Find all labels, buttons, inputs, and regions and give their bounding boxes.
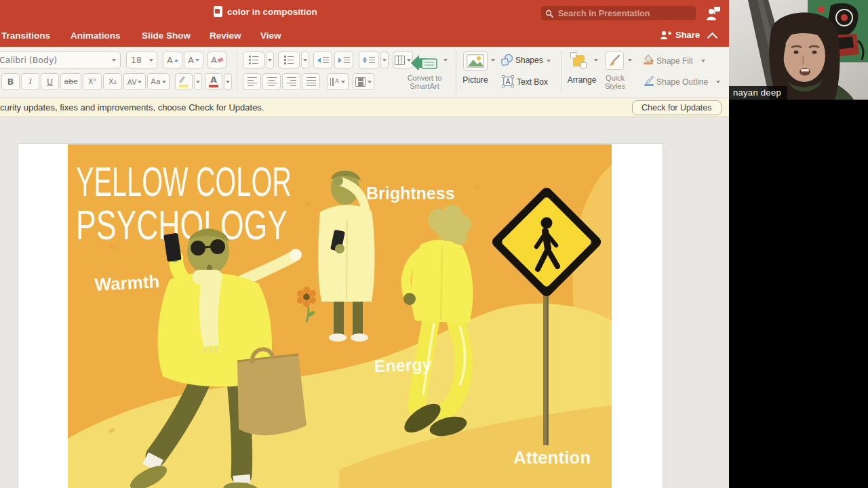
highlight-color-swatch xyxy=(179,85,189,87)
text-direction-icon: A xyxy=(330,78,339,86)
superscript-button[interactable]: X² xyxy=(83,73,102,90)
shapes-label[interactable]: Shapes xyxy=(515,56,548,64)
character-spacing-button[interactable]: AV xyxy=(123,73,146,90)
underline-letter: U xyxy=(47,77,53,87)
line-spacing-button[interactable] xyxy=(359,52,379,68)
quick-styles-button[interactable] xyxy=(605,52,624,70)
convert-smartart-button[interactable] xyxy=(410,52,439,70)
columns-icon xyxy=(395,56,405,65)
clear-format-letter: A xyxy=(211,55,217,65)
search-box[interactable] xyxy=(541,6,696,20)
update-message: curity updates, fixes and improvements, … xyxy=(0,102,264,113)
tab-slide-show[interactable]: Slide Show xyxy=(142,30,191,41)
tab-animations[interactable]: Animations xyxy=(71,30,121,41)
slide-canvas[interactable]: YELLOW COLOR PSYCHOLOGY xyxy=(18,144,663,488)
font-color-caret[interactable] xyxy=(224,73,232,90)
bold-button[interactable]: B xyxy=(1,73,20,90)
shrink-font-arrow-icon xyxy=(195,59,199,62)
slide-illustration: YELLOW COLOR PSYCHOLOGY xyxy=(68,144,612,488)
bullet-list-caret[interactable] xyxy=(266,52,274,68)
underline-button[interactable]: U xyxy=(41,73,59,90)
subscript-letters: X₂ xyxy=(108,77,117,86)
ribbon-tabs: Transitions Animations Slide Show Review… xyxy=(0,26,729,47)
align-text-button[interactable] xyxy=(353,73,374,90)
tab-transitions[interactable]: Transitions xyxy=(1,30,50,41)
font-size-select[interactable]: 18 xyxy=(126,52,157,68)
highlighter-pen-icon xyxy=(179,76,185,83)
shape-outline-caret-icon xyxy=(716,81,720,83)
change-case-button[interactable]: Aa xyxy=(147,73,170,90)
search-input[interactable] xyxy=(557,8,692,19)
tab-review[interactable]: Review xyxy=(210,30,241,41)
highlight-color-caret[interactable] xyxy=(194,73,202,90)
title-line-2: PSYCHOLOGY xyxy=(76,203,288,249)
document-title: color in composition xyxy=(227,7,317,17)
quick-styles-label: QuickStyles xyxy=(599,74,631,90)
presenter-icon[interactable] xyxy=(705,5,722,22)
check-for-updates-button[interactable]: Check for Updates xyxy=(632,100,722,115)
tab-view[interactable]: View xyxy=(260,30,281,41)
line-spacing-caret[interactable] xyxy=(380,52,389,68)
grow-font-button[interactable]: A xyxy=(163,52,182,68)
label-warmth: Warmth xyxy=(94,271,160,295)
italic-button[interactable]: I xyxy=(21,73,39,90)
label-brightness: Brightness xyxy=(366,184,455,203)
numbered-list-button[interactable] xyxy=(278,52,300,68)
increase-indent-button[interactable] xyxy=(334,52,353,68)
shape-outline-icon[interactable] xyxy=(643,75,655,86)
font-name-select[interactable]: Calibri (Body) xyxy=(0,52,121,68)
shape-fill-label[interactable]: Shape Fill xyxy=(656,57,697,65)
svg-text:A: A xyxy=(506,78,511,85)
shape-fill-icon[interactable] xyxy=(642,54,654,64)
italic-letter: I xyxy=(28,77,31,87)
clear-formatting-button[interactable]: A xyxy=(208,52,226,68)
shapes-icon[interactable] xyxy=(500,54,514,67)
picture-caret-icon xyxy=(491,59,495,62)
shape-fill-caret-icon xyxy=(701,60,705,62)
highlight-caret-icon xyxy=(196,81,200,83)
line-spacing-arrows-icon xyxy=(363,57,367,63)
search-icon xyxy=(545,9,553,18)
font-color-button[interactable]: A xyxy=(205,73,222,90)
align-right-button[interactable] xyxy=(282,73,300,90)
justify-button[interactable] xyxy=(302,73,320,90)
share-person-icon xyxy=(660,30,671,40)
align-text-icon xyxy=(355,77,366,87)
text-box-label[interactable]: Text Box xyxy=(517,78,555,86)
decrease-indent-button[interactable] xyxy=(313,52,332,68)
font-color-letter: A xyxy=(210,75,217,85)
picture-button[interactable] xyxy=(463,52,488,70)
highlight-color-button[interactable] xyxy=(175,73,193,90)
update-notification-bar: curity updates, fixes and improvements, … xyxy=(0,98,729,117)
align-left-button[interactable] xyxy=(243,73,261,90)
arrange-button[interactable] xyxy=(570,52,589,70)
bullet-caret-icon xyxy=(268,59,272,62)
grow-font-letter: A xyxy=(167,55,173,65)
slide-workspace: YELLOW COLOR PSYCHOLOGY xyxy=(0,117,729,488)
strikethrough-button[interactable]: abc xyxy=(60,73,81,90)
text-box-icon[interactable]: A xyxy=(502,75,514,87)
subscript-button[interactable]: X₂ xyxy=(103,73,122,90)
numbered-list-icon xyxy=(284,56,294,64)
align-center-button[interactable] xyxy=(262,73,281,90)
font-name-value: Calibri (Body) xyxy=(0,55,57,65)
numbered-list-caret[interactable] xyxy=(301,52,309,68)
char-spacing-caret-icon xyxy=(138,81,142,83)
text-direction-button[interactable]: A xyxy=(327,73,349,90)
align-right-icon xyxy=(287,77,296,87)
video-call-panel: nayan deep xyxy=(729,0,868,488)
ribbon-separator xyxy=(237,51,237,93)
decrease-indent-icon xyxy=(317,58,321,63)
line-spacing-caret-icon xyxy=(382,59,387,62)
share-button[interactable]: Share xyxy=(660,30,700,40)
slide-title: YELLOW COLOR PSYCHOLOGY xyxy=(76,159,292,248)
char-spacing-letters: AV xyxy=(127,78,137,86)
webcam-feed[interactable]: nayan deep xyxy=(729,0,868,100)
shape-outline-label[interactable]: Shape Outline xyxy=(656,78,709,86)
superscript-letters: X² xyxy=(88,77,96,86)
align-center-icon xyxy=(267,77,277,87)
bold-letter: B xyxy=(7,77,14,87)
shrink-font-button[interactable]: A xyxy=(184,52,203,68)
share-label: Share xyxy=(675,30,700,40)
bullet-list-button[interactable] xyxy=(243,52,264,68)
